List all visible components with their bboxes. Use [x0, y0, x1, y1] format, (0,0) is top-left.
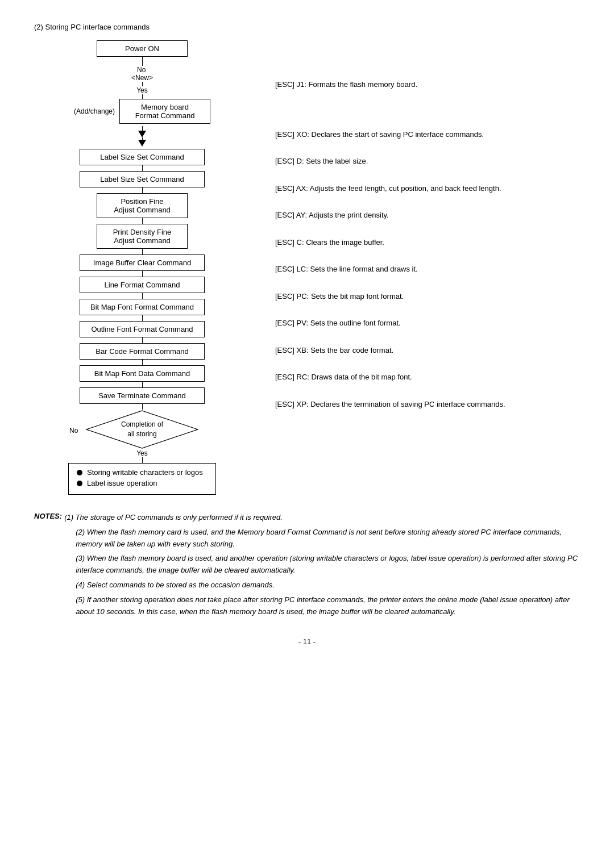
- note-item-2: (2) When the flash memory card is used, …: [76, 527, 580, 550]
- notes-section: NOTES: (1) The storage of PC commands is…: [34, 512, 580, 620]
- ann6-cmd: [ESC] C:: [275, 238, 304, 247]
- page-number: - 11 -: [34, 637, 580, 646]
- position-fine-box: Position FineAdjust Command: [97, 193, 188, 218]
- ann10-text: Sets the bar code format.: [310, 346, 393, 354]
- ann11-text: Draws data of the bit map font.: [312, 373, 412, 381]
- ann1-text: Formats the flash memory board.: [309, 80, 417, 89]
- note-item-4: (4) Select commands to be stored as the …: [76, 579, 580, 591]
- bottom-bullets-box: Storing writable characters or logos Lab…: [68, 463, 216, 495]
- no-label-1: No: [137, 66, 146, 74]
- no-label-2: No: [69, 427, 78, 435]
- annotation-12: [ESC] XP: Declares the termination of sa…: [275, 399, 580, 410]
- ann7-cmd: [ESC] LC:: [275, 265, 308, 273]
- bit-map-font-format-box: Bit Map Font Format Command: [80, 299, 205, 315]
- add-change-label: (Add/change): [74, 107, 115, 115]
- section-header: (2) Storing PC interface commands: [34, 23, 580, 31]
- note-item-3: (3) When the flash memory board is used,…: [76, 553, 580, 577]
- ann4-text: Adjusts the feed length, cut position, a…: [310, 184, 501, 193]
- ann9-cmd: [ESC] PV:: [275, 319, 308, 327]
- annotations-column: [ESC] J1: Formats the flash memory board…: [275, 40, 580, 425]
- label-size-box: Label Size Set Command: [80, 171, 205, 187]
- ann1-cmd: [ESC] J1:: [275, 80, 306, 89]
- save-start-box: Label Size Set Command: [80, 149, 205, 165]
- annotation-4: [ESC] AX: Adjusts the feed length, cut p…: [275, 183, 580, 194]
- arrow-2: [138, 140, 146, 147]
- ann2-text: Declares the start of saving PC interfac…: [312, 130, 484, 139]
- completion-diamond: Completion ofall storing No: [85, 410, 199, 449]
- annotation-7: [ESC] LC: Sets the line format and draws…: [275, 264, 580, 275]
- save-terminate-box: Save Terminate Command: [80, 387, 205, 404]
- annotation-3: [ESC] D: Sets the label size.: [275, 156, 580, 167]
- bar-code-format-box: Bar Code Format Command: [80, 343, 205, 360]
- arrow-1: [138, 131, 146, 137]
- annotation-11: [ESC] RC: Draws data of the bit map font…: [275, 372, 580, 383]
- yes-label-1: Yes: [136, 86, 148, 94]
- annotation-6: [ESC] C: Clears the image buffer.: [275, 237, 580, 248]
- completion-label: Completion ofall storing: [121, 420, 163, 439]
- annotation-9: [ESC] PV: Sets the outline font format.: [275, 318, 580, 329]
- ann4-cmd: [ESC] AX:: [275, 184, 308, 193]
- bullet-item-1: Storing writable characters or logos: [77, 468, 208, 477]
- ann5-text: Adjusts the print density.: [309, 211, 389, 219]
- note-item-1: (1) The storage of PC commands is only p…: [64, 512, 580, 524]
- bullet-item-2: Label issue operation: [77, 479, 208, 487]
- flowchart-column: Power ON No <New> Yes (Add/change) Memor…: [34, 40, 250, 495]
- bit-map-font-data-box: Bit Map Font Data Command: [80, 365, 205, 382]
- ann3-cmd: [ESC] D:: [275, 157, 304, 165]
- ann8-text: Sets the bit map font format.: [311, 292, 404, 301]
- annotation-8: [ESC] PC: Sets the bit map font format.: [275, 291, 580, 302]
- ann9-text: Sets the outline font format.: [310, 319, 401, 327]
- annotation-2: [ESC] XO: Declares the start of saving P…: [275, 129, 580, 140]
- annotation-1: [ESC] J1: Formats the flash memory board…: [275, 79, 580, 90]
- annotation-5: [ESC] AY: Adjusts the print density.: [275, 210, 580, 221]
- ann7-text: Sets the line format and draws it.: [310, 265, 417, 273]
- section-label: (2) Storing PC interface commands: [34, 23, 150, 31]
- ann5-cmd: [ESC] AY:: [275, 211, 307, 219]
- power-on-box: Power ON: [97, 40, 188, 57]
- memory-board-box: Memory boardFormat Command: [119, 99, 210, 124]
- ann6-text: Clears the image buffer.: [306, 238, 384, 247]
- ann12-cmd: [ESC] XP:: [275, 400, 309, 408]
- ann10-cmd: [ESC] XB:: [275, 346, 309, 354]
- notes-label: NOTES:: [34, 512, 62, 520]
- note-item-5: (5) If another storing operation does no…: [76, 594, 580, 618]
- yes-label-2: Yes: [136, 449, 148, 457]
- ann8-cmd: [ESC] PC:: [275, 292, 309, 301]
- outline-font-format-box: Outline Font Format Command: [80, 321, 205, 337]
- ann2-cmd: [ESC] XO:: [275, 130, 309, 139]
- ann12-text: Declares the termination of saving PC in…: [310, 400, 505, 408]
- new-label: <New>: [131, 74, 153, 82]
- print-density-box: Print Density FineAdjust Command: [97, 224, 188, 249]
- ann3-text: Sets the label size.: [306, 157, 368, 165]
- line-format-box: Line Format Command: [80, 277, 205, 293]
- annotation-10: [ESC] XB: Sets the bar code format.: [275, 345, 580, 356]
- ann11-cmd: [ESC] RC:: [275, 373, 309, 381]
- image-buffer-box: Image Buffer Clear Command: [80, 254, 205, 271]
